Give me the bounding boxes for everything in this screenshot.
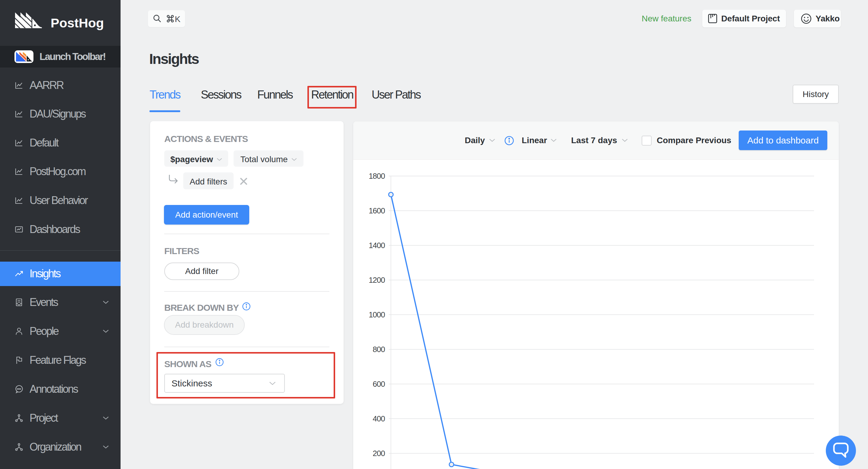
svg-text:600: 600 bbox=[373, 379, 385, 388]
svg-text:1200: 1200 bbox=[369, 276, 385, 285]
svg-text:1600: 1600 bbox=[369, 206, 385, 215]
svg-text:400: 400 bbox=[373, 414, 385, 423]
svg-text:200: 200 bbox=[373, 449, 385, 458]
svg-text:800: 800 bbox=[373, 345, 385, 354]
svg-text:1800: 1800 bbox=[369, 171, 385, 181]
svg-text:1000: 1000 bbox=[369, 310, 385, 319]
svg-text:1400: 1400 bbox=[369, 241, 385, 250]
